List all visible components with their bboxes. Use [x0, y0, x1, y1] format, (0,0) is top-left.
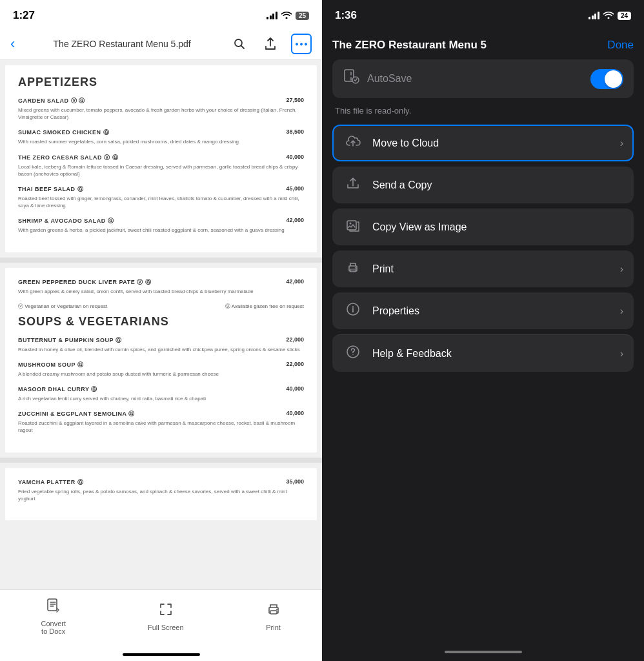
- nav-actions: [229, 34, 312, 54]
- signal-bars-right: [589, 12, 599, 19]
- copy-image-icon: [343, 218, 363, 236]
- list-item: THAI BEEF SALAD ⓖ 45,000 Roasted beef to…: [18, 185, 304, 209]
- fullscreen-button[interactable]: Full Screen: [148, 602, 184, 631]
- svg-point-15: [355, 267, 356, 269]
- help-feedback-button[interactable]: Help & Feedback ›: [332, 334, 634, 372]
- svg-point-12: [350, 223, 352, 225]
- signal-bars-left: [267, 12, 277, 19]
- status-bar-left: 1:27 25: [0, 0, 322, 28]
- status-bar-right: 1:36 24: [322, 0, 644, 28]
- list-item: GREEN PEPPERED DUCK LIVER PATE ⓥ ⓖ 42,00…: [18, 278, 304, 295]
- right-panel: 1:36 24 The ZERO Restaurant Menu 5 Done: [322, 0, 644, 661]
- help-feedback-label: Help & Feedback: [372, 348, 620, 360]
- doc-page-2: GREEN PEPPERED DUCK LIVER PATE ⓥ ⓖ 42,00…: [5, 268, 317, 453]
- list-item: GARDEN SALAD ⓥ ⓖ 27,500 Mixed greens wit…: [18, 97, 304, 121]
- time-right: 1:36: [335, 9, 357, 22]
- doc-page-3: YAMCHA PLATTER ⓖ 35,000 Fried vegetable …: [5, 468, 317, 520]
- back-button[interactable]: ‹: [10, 36, 15, 52]
- sheet-header: The ZERO Restaurant Menu 5 Done: [332, 28, 634, 59]
- nav-bar-left: ‹ The ZERO Restaurant Menu 5.pdf: [0, 28, 322, 60]
- svg-point-2: [296, 43, 298, 45]
- battery-right: 24: [618, 12, 631, 20]
- wifi-icon-right: [603, 10, 614, 21]
- svg-rect-7: [270, 611, 277, 614]
- send-copy-icon: [343, 176, 363, 194]
- properties-chevron: ›: [620, 305, 623, 317]
- help-icon: [343, 344, 363, 363]
- copy-view-as-image-label: Copy View as Image: [372, 221, 623, 233]
- properties-button[interactable]: Properties ›: [332, 292, 634, 329]
- fullscreen-label: Full Screen: [148, 624, 184, 631]
- print-icon: [343, 259, 363, 278]
- more-button[interactable]: [291, 34, 312, 54]
- properties-label: Properties: [372, 305, 620, 317]
- copy-view-as-image-button[interactable]: Copy View as Image: [332, 208, 634, 245]
- status-icons-right: 24: [589, 10, 631, 21]
- list-item: SHRIMP & AVOCADO SALAD ⓖ 42,000 With gar…: [18, 217, 304, 234]
- fullscreen-icon: [158, 602, 174, 621]
- document-content[interactable]: APPETIZERS GARDEN SALAD ⓥ ⓖ 27,500 Mixed…: [0, 60, 322, 589]
- send-a-copy-button[interactable]: Send a Copy: [332, 167, 634, 203]
- print-label: Print: [372, 263, 620, 275]
- battery-left: 25: [296, 12, 309, 20]
- list-item: ZUCCHINI & EGGPLANT SEMOLINA ⓖ 40,000 Ro…: [18, 410, 304, 434]
- home-indicator-right: [445, 651, 522, 653]
- print-label-left: Print: [266, 624, 281, 631]
- svg-point-8: [276, 609, 277, 610]
- toggle-knob: [605, 70, 622, 88]
- svg-point-3: [300, 43, 303, 45]
- sheet-title: The ZERO Restaurant Menu 5: [332, 39, 487, 52]
- svg-rect-11: [347, 221, 356, 230]
- list-item: SUMAC SMOKED CHICKEN ⓖ 38,500 With roast…: [18, 128, 304, 145]
- cloud-upload-icon: [343, 134, 363, 152]
- print-icon-left: [266, 602, 281, 621]
- print-chevron: ›: [620, 263, 623, 275]
- svg-point-4: [305, 43, 307, 45]
- convert-to-docx-button[interactable]: Convertto Docx: [41, 598, 66, 635]
- list-item: MASOOR DHAL CURRY ⓖ 40,000 A rich vegeta…: [18, 385, 304, 402]
- soups-title: SOUPS & VEGETARIANS: [18, 315, 304, 329]
- share-button[interactable]: [260, 34, 281, 54]
- bottom-toolbar: Convertto Docx Full Screen Print: [0, 589, 322, 653]
- list-item: THE ZERO CAESAR SALAD ⓥ ⓖ 40,000 Local k…: [18, 154, 304, 178]
- document-title: The ZERO Restaurant Menu 5.pdf: [15, 39, 229, 49]
- move-to-cloud-label: Move to Cloud: [372, 137, 620, 149]
- autosave-row: AutoSave: [332, 59, 634, 98]
- list-item: YAMCHA PLATTER ⓖ 35,000 Fried vegetable …: [18, 478, 304, 502]
- search-button[interactable]: [229, 34, 250, 54]
- status-icons-left: 25: [267, 10, 309, 21]
- convert-icon: [46, 598, 61, 617]
- autosave-left: AutoSave: [343, 68, 412, 89]
- home-indicator-left: [123, 653, 200, 656]
- help-feedback-chevron: ›: [620, 348, 623, 360]
- print-button-left[interactable]: Print: [266, 602, 281, 631]
- doc-page: APPETIZERS GARDEN SALAD ⓥ ⓖ 27,500 Mixed…: [5, 65, 317, 252]
- list-item: BUTTERNUT & PUMPKIN SOUP ⓖ 22,000 Roaste…: [18, 336, 304, 353]
- done-button[interactable]: Done: [607, 39, 634, 52]
- move-to-cloud-chevron: ›: [620, 137, 623, 149]
- svg-point-18: [352, 354, 354, 356]
- svg-line-1: [241, 46, 245, 49]
- autosave-label: AutoSave: [367, 73, 412, 85]
- menu-options-group3: Properties › Help & Feedback ›: [332, 292, 634, 372]
- wifi-icon-left: [281, 10, 292, 21]
- readonly-note: This file is read-only.: [332, 102, 634, 125]
- properties-icon: [343, 301, 363, 320]
- left-panel: 1:27 25 ‹ The ZERO Restaurant Menu 5.pdf: [0, 0, 322, 661]
- list-item: MUSHROOM SOUP ⓖ 22,000 A blended creamy …: [18, 361, 304, 378]
- appetizers-title: APPETIZERS: [18, 76, 304, 89]
- autosave-toggle[interactable]: [590, 69, 623, 89]
- menu-options-group2: Print ›: [332, 250, 634, 287]
- autosave-icon: [343, 68, 359, 89]
- move-to-cloud-button[interactable]: Move to Cloud ›: [332, 125, 634, 161]
- convert-label: Convertto Docx: [41, 620, 66, 635]
- svg-rect-5: [48, 599, 57, 611]
- veggie-note: ⓥ Vegetarian or Vegetarian on request ⓖ …: [18, 303, 304, 310]
- menu-options-group1: Move to Cloud › Send a Copy: [332, 125, 634, 245]
- time-left: 1:27: [13, 9, 35, 22]
- action-sheet: The ZERO Restaurant Menu 5 Done AutoSave: [322, 28, 644, 651]
- send-a-copy-label: Send a Copy: [372, 179, 623, 191]
- print-button[interactable]: Print ›: [332, 250, 634, 287]
